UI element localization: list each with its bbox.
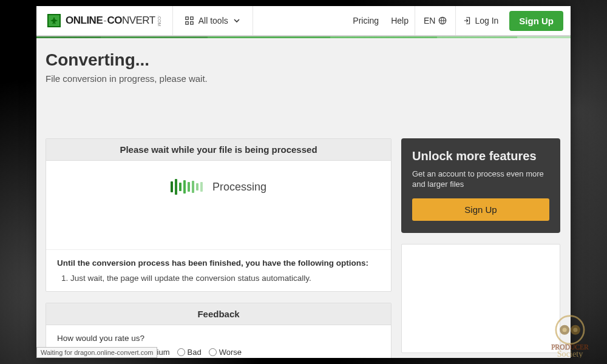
chevron-down-icon [233,17,240,24]
equalizer-icon [171,179,203,195]
promo-title: Unlock more features [412,149,549,163]
language-label: EN [424,16,435,25]
browser-status-bar: Waiting for dragon.online-convert.com [36,347,157,358]
language-selector[interactable]: EN [415,6,456,35]
rating-bad[interactable]: Bad [177,348,202,357]
globe-icon [438,16,447,25]
promo-panel: Unlock more features Get an account to p… [401,138,560,233]
processing-panel-title: Please wait while your file is being pro… [46,139,391,161]
svg-rect-1 [186,17,188,19]
svg-point-0 [53,18,55,19]
main-content: Converting... File conversion in progres… [36,38,571,358]
processing-label: Processing [212,181,266,194]
processing-panel-footer: Until the conversion process has been fi… [46,249,391,291]
svg-point-10 [573,328,577,332]
brand-com: .COM [157,15,161,26]
login-icon [463,16,472,25]
top-nav: ONLINE-CONVERT .COM All tools Pricing He… [36,6,571,36]
svg-rect-2 [190,17,192,19]
app-window: ONLINE-CONVERT .COM All tools Pricing He… [36,6,571,358]
page-title: Converting... [46,50,561,70]
processing-indicator: Processing [46,161,391,249]
feedback-question: How would you rate us? [57,334,380,343]
brand-logo[interactable]: ONLINE-CONVERT .COM [36,6,173,35]
svg-rect-3 [186,22,188,24]
grid-icon [185,16,194,25]
pricing-link[interactable]: Pricing [347,16,385,25]
brand-text: ONLINE-CONVERT [66,15,155,27]
login-link[interactable]: Log In [456,16,506,25]
page-subtitle: File conversion in progress, please wait… [46,73,561,84]
login-label: Log In [475,16,498,25]
promo-body: Get an account to process even more and … [412,169,549,190]
feedback-title: Feedback [46,303,391,325]
svg-text:Society: Society [557,349,584,358]
options-list: Just wait, the page will update the conv… [70,274,380,283]
help-link[interactable]: Help [385,16,415,25]
brand-icon [47,14,61,27]
all-tools-label: All tools [198,16,228,25]
svg-point-9 [563,328,567,332]
options-note: Until the conversion process has been fi… [57,258,368,268]
accent-bar [36,36,571,38]
promo-signup-button[interactable]: Sign Up [412,198,549,221]
signup-button[interactable]: Sign Up [509,11,563,31]
producer-society-watermark: PRODUCER Society [537,309,603,360]
processing-panel: Please wait while your file is being pro… [46,138,392,292]
rating-worse[interactable]: Worse [209,348,242,357]
all-tools-menu[interactable]: All tools [173,6,253,35]
svg-rect-4 [190,22,192,24]
option-item: Just wait, the page will update the conv… [70,274,380,283]
